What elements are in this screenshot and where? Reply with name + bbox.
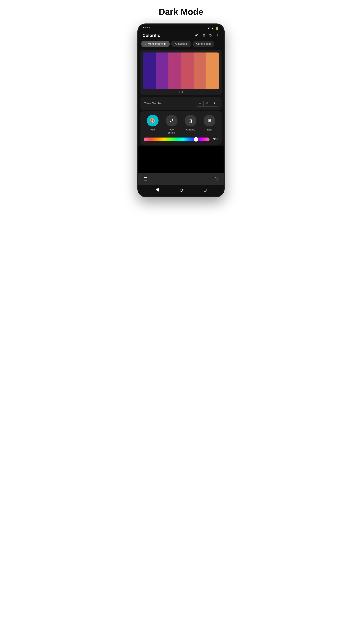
recent-button[interactable] bbox=[204, 189, 206, 192]
color-strip-2[interactable] bbox=[156, 52, 168, 90]
refresh-button[interactable]: ↻ bbox=[209, 33, 212, 38]
mode-chroma-circle[interactable]: ◑ bbox=[185, 115, 196, 126]
mode-chroma[interactable]: ◑ Chroma bbox=[185, 115, 196, 134]
more-button[interactable]: ⋮ bbox=[216, 33, 220, 38]
mode-icons-row: 🎨 Hue ⇄ HueShifting ◑ Chroma bbox=[143, 115, 219, 134]
hue-slider-track[interactable] bbox=[144, 138, 210, 141]
palette-card bbox=[140, 50, 222, 96]
hue-slider-row: 305 bbox=[143, 138, 219, 141]
mode-chroma-label: Chroma bbox=[186, 128, 195, 131]
color-number-card: Color Number − 6 + bbox=[140, 97, 222, 110]
color-strips[interactable] bbox=[143, 52, 219, 90]
list-button[interactable]: ☰ bbox=[142, 176, 148, 183]
mode-hue-circle[interactable]: 🎨 bbox=[147, 115, 159, 126]
stepper-minus-button[interactable]: − bbox=[196, 100, 204, 106]
dot-2[interactable] bbox=[182, 92, 183, 93]
home-button[interactable] bbox=[180, 189, 183, 192]
tab-analogous[interactable]: Analogous bbox=[171, 41, 191, 47]
battery-icon: 🔋 bbox=[215, 26, 219, 30]
system-nav bbox=[138, 185, 224, 196]
wifi-icon: ▼ bbox=[207, 27, 210, 30]
stepper-value: 6 bbox=[204, 100, 211, 106]
mode-hue-shifting-label: HueShifting bbox=[168, 128, 175, 134]
top-actions: 👁 ⬆ ↻ ⋮ bbox=[195, 33, 220, 38]
eye-button[interactable]: 👁 bbox=[195, 33, 199, 38]
color-strip-3[interactable] bbox=[168, 52, 181, 90]
recent-square-icon bbox=[204, 189, 206, 192]
hue-icon: 🎨 bbox=[150, 118, 156, 124]
tab-complementary[interactable]: Complemen bbox=[193, 41, 214, 47]
hue-thumb[interactable] bbox=[194, 137, 198, 142]
status-time: 10:18 bbox=[143, 27, 150, 30]
mode-tone[interactable]: ☀ Tone bbox=[204, 115, 215, 134]
tabs-row: Monochromatic Analogous Complemen bbox=[138, 41, 224, 49]
tab-monochromatic[interactable]: Monochromatic bbox=[141, 41, 170, 47]
back-arrow-icon bbox=[156, 188, 159, 192]
mode-hue-shifting[interactable]: ⇄ HueShifting bbox=[166, 115, 177, 134]
heart-icon: ♡ bbox=[215, 176, 219, 182]
color-strip-5[interactable] bbox=[194, 52, 206, 90]
app-name: Colorific bbox=[142, 33, 160, 38]
stepper: − 6 + bbox=[196, 100, 218, 107]
stepper-plus-button[interactable]: + bbox=[211, 100, 218, 106]
mode-hue[interactable]: 🎨 Hue bbox=[147, 115, 159, 134]
heart-button[interactable]: ♡ bbox=[214, 176, 220, 183]
color-strip-4[interactable] bbox=[181, 52, 194, 90]
palette-dots bbox=[143, 92, 219, 93]
mode-tone-circle[interactable]: ☀ bbox=[204, 115, 215, 126]
chroma-icon: ◑ bbox=[189, 118, 193, 124]
top-bar: Colorific 👁 ⬆ ↻ ⋮ bbox=[138, 31, 224, 41]
phone-frame: 10:18 ▼ ▲ 🔋 Colorific 👁 ⬆ ↻ ⋮ Monochroma… bbox=[137, 24, 225, 197]
tone-icon: ☀ bbox=[207, 118, 212, 124]
mode-hue-label: Hue bbox=[150, 128, 155, 131]
page-title: Dark Mode bbox=[159, 7, 203, 17]
home-circle-icon bbox=[180, 189, 183, 192]
nav-bar: ☰ ♡ bbox=[138, 173, 224, 185]
bottom-spacer bbox=[138, 146, 224, 173]
mode-tone-label: Tone bbox=[207, 128, 212, 131]
status-icons: ▼ ▲ 🔋 bbox=[207, 26, 219, 30]
hue-value: 305 bbox=[212, 138, 218, 141]
list-icon: ☰ bbox=[143, 176, 147, 182]
color-strip-1[interactable] bbox=[143, 52, 156, 90]
mode-card: 🎨 Hue ⇄ HueShifting ◑ Chroma bbox=[140, 111, 222, 144]
hue-shifting-icon: ⇄ bbox=[170, 118, 173, 123]
back-button[interactable] bbox=[156, 188, 159, 193]
mode-hue-shifting-circle[interactable]: ⇄ bbox=[166, 115, 177, 126]
color-strip-6[interactable] bbox=[206, 52, 219, 90]
color-number-label: Color Number bbox=[144, 102, 163, 105]
share-button[interactable]: ⬆ bbox=[202, 33, 205, 38]
status-bar: 10:18 ▼ ▲ 🔋 bbox=[138, 24, 224, 31]
dot-1[interactable] bbox=[179, 92, 180, 93]
signal-icon: ▲ bbox=[211, 27, 214, 30]
